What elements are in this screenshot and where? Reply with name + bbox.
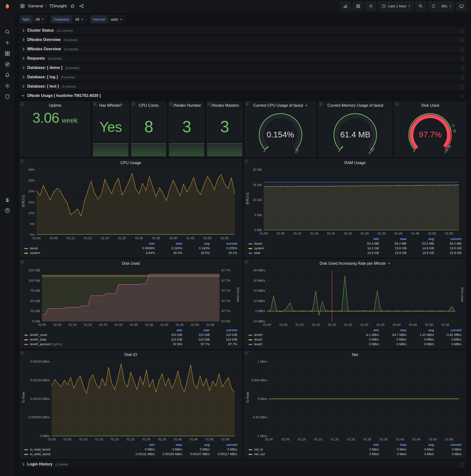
legend-series-name[interactable]: system [247, 246, 353, 251]
legend-column-header[interactable]: min [129, 442, 156, 447]
panel-title[interactable]: iCurrent CPU Usage of taosd [245, 102, 316, 109]
user-avatar[interactable] [0, 194, 15, 205]
legend-series-name[interactable]: level1 [247, 337, 353, 342]
row-dnode-usage[interactable]: DNode Usage [ huolinhe-TM1701:6030 ] [20, 92, 466, 99]
legend-column-header[interactable]: min [353, 237, 381, 241]
legend-series-name[interactable]: level0 [247, 332, 353, 337]
legend-column-header[interactable]: max [184, 328, 211, 332]
row-drag-handle[interactable] [460, 462, 464, 467]
legend-column-header[interactable]: avg [408, 328, 436, 332]
breadcrumb-folder[interactable]: General [28, 4, 43, 9]
panel-title[interactable]: iVNodes Masters [207, 102, 242, 109]
legend-column-header[interactable]: max [381, 237, 408, 241]
panel-info-icon[interactable]: i [20, 102, 25, 106]
panel-info-icon[interactable]: i [20, 351, 25, 356]
row-drag-handle[interactable] [460, 37, 464, 42]
row-database-log[interactable]: Database: [ log ] (5 panels) [20, 73, 466, 81]
server-admin-shield-icon[interactable] [0, 91, 15, 102]
legend-series-name[interactable]: total [247, 251, 353, 255]
panel-info-icon[interactable]: i [244, 159, 249, 164]
panel-title[interactable]: iDisk IO [20, 351, 242, 359]
legend-column-header[interactable]: min [353, 328, 381, 332]
variable-interval[interactable]: Interval auto▾ [90, 15, 125, 23]
row-drag-handle[interactable] [460, 93, 464, 98]
legend-series-name[interactable]: io_write_taosd [23, 452, 129, 456]
legend-column-header[interactable]: min [129, 241, 156, 246]
disk-used-chart[interactable]: Disk Used 01:0001:0501:1001:1501:2001:25… [21, 268, 240, 328]
legend-column-header[interactable]: avg [408, 442, 436, 447]
ram-usage-chart[interactable]: 使用占比 01:0001:0501:1001:1501:2001:2501:30… [246, 167, 464, 237]
panel-title[interactable]: iCPU Cores [131, 102, 167, 109]
create-plus-icon[interactable] [0, 37, 15, 48]
series-color-swatch-icon[interactable] [249, 344, 252, 345]
legend-series-name[interactable]: taosd [23, 246, 129, 251]
save-dashboard-button[interactable] [353, 2, 363, 11]
disk-rate-chart[interactable]: Disk Used 01:0001:0501:1001:1501:2001:25… [246, 268, 464, 328]
dashboards-grid-icon[interactable] [0, 48, 15, 59]
help-icon[interactable] [0, 205, 15, 216]
row-database-test[interactable]: Database: [ test ] (5 panels) [20, 83, 466, 90]
breadcrumb-dashboard-title[interactable]: TDinsight [49, 4, 67, 9]
legend-series-name[interactable]: io_read_taosd [23, 447, 129, 452]
panel-title[interactable]: iNet [244, 351, 466, 359]
zoom-out-button[interactable] [416, 2, 426, 11]
row-drag-handle[interactable] [460, 75, 464, 80]
panel-info-icon[interactable]: i [244, 260, 249, 264]
series-color-swatch-icon[interactable] [24, 344, 28, 345]
panel-title[interactable]: iHas MNode? [93, 102, 129, 109]
legend-series-name[interactable]: net_in [247, 447, 353, 452]
legend-series-name[interactable]: level2 [247, 342, 353, 346]
net-chart[interactable]: IO Rate 01:0001:0501:1001:1501:2001:2501… [246, 359, 464, 442]
add-panel-button[interactable] [340, 2, 351, 11]
row-database-demo[interactable]: Database: [ demo ] (5 panels) [20, 64, 466, 71]
time-range-picker[interactable]: Last 1 hour ▾ [379, 2, 413, 11]
legend-column-header[interactable]: current [436, 237, 463, 241]
disk-io-chart[interactable]: IO Rate 01:0001:0501:1001:1501:2001:2501… [21, 359, 240, 442]
panel-menu-caret-icon[interactable] [305, 105, 308, 106]
series-color-swatch-icon[interactable] [24, 454, 28, 455]
panel-info-icon[interactable]: i [93, 102, 97, 106]
panel-title[interactable]: iDisk Used Increasing Rate per Minute [244, 260, 466, 268]
dashboard-settings-gear-icon[interactable] [366, 2, 376, 11]
panel-title[interactable]: iDisk Used [394, 102, 466, 109]
panel-info-icon[interactable]: i [20, 260, 25, 264]
series-color-swatch-icon[interactable] [24, 253, 28, 254]
legend-series-name[interactable]: level0_percent (right-y) [23, 342, 156, 346]
legend-column-header[interactable]: current [211, 442, 239, 447]
variable-database-value[interactable]: All▾ [72, 15, 86, 23]
legend-column-header[interactable]: current [436, 328, 463, 332]
series-color-swatch-icon[interactable] [24, 449, 28, 450]
share-icon[interactable] [78, 3, 85, 9]
legend-series-name[interactable]: system [23, 251, 129, 255]
search-icon[interactable] [0, 27, 15, 37]
legend-column-header[interactable]: min [353, 442, 381, 447]
legend-column-header[interactable]: current [211, 241, 239, 246]
series-color-swatch-icon[interactable] [249, 243, 252, 244]
legend-column-header[interactable]: avg [184, 442, 211, 447]
dashboard-squares-icon[interactable] [19, 3, 26, 9]
cycle-view-monitor-icon[interactable] [456, 2, 467, 11]
series-color-swatch-icon[interactable] [249, 335, 252, 336]
legend-column-header[interactable]: min [156, 328, 184, 332]
panel-title[interactable]: iCurrent Memory Usage of taosd [319, 102, 392, 109]
panel-title[interactable]: iDisk Used [20, 260, 242, 268]
star-icon[interactable] [69, 3, 76, 9]
legend-column-header[interactable]: max [381, 328, 408, 332]
refresh-button[interactable] [428, 2, 439, 11]
panel-info-icon[interactable]: i [207, 102, 211, 106]
series-color-swatch-icon[interactable] [24, 335, 28, 336]
legend-series-name[interactable]: level0_used [23, 332, 156, 337]
grafana-logo-icon[interactable] [0, 0, 15, 13]
row-mnodes-overview[interactable]: MNodes Overview (2 panels) [20, 45, 466, 53]
row-drag-handle[interactable] [460, 84, 464, 89]
panel-info-icon[interactable]: i [394, 102, 399, 106]
series-color-swatch-icon[interactable] [249, 454, 252, 455]
legend-column-header[interactable]: max [156, 442, 184, 447]
panel-info-icon[interactable]: i [169, 102, 173, 106]
configuration-gear-icon[interactable] [0, 81, 15, 91]
refresh-interval-picker[interactable]: 30s ▾ [439, 2, 454, 11]
panel-title[interactable]: iUptime [20, 102, 90, 109]
row-drag-handle[interactable] [460, 28, 464, 33]
panel-info-icon[interactable]: i [244, 351, 249, 356]
legend-column-header[interactable]: avg [184, 241, 211, 246]
